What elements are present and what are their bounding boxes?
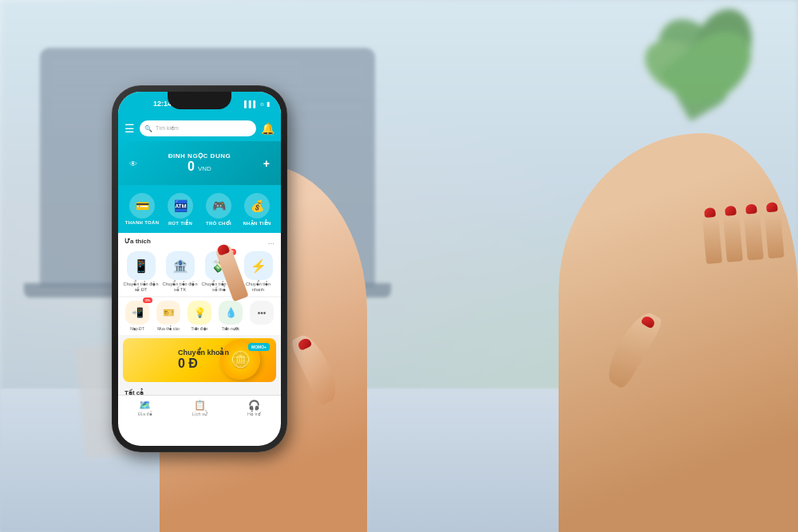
- topup-label: Nạp ĐT: [130, 326, 144, 332]
- withdraw-label: RÚT TIỀN: [168, 220, 192, 226]
- banner-amount: 0 Đ: [178, 357, 229, 371]
- nav-support[interactable]: 🎧 Hỗ trợ: [247, 400, 261, 416]
- menu-icon[interactable]: ☰: [124, 122, 135, 135]
- add-money-button[interactable]: +: [263, 157, 270, 170]
- receive-label: NHẬN TIỀN: [243, 220, 271, 226]
- map-icon: 🗺️: [139, 400, 151, 411]
- wifi-icon: ⌾: [260, 100, 264, 108]
- banner-title: Chuyển khoản: [178, 349, 229, 357]
- card-icon: 🎫: [163, 307, 175, 318]
- eye-icon[interactable]: 👁: [129, 159, 137, 167]
- back-fingers: [701, 202, 784, 264]
- history-icon: 📋: [194, 400, 206, 411]
- service-transfer-phone[interactable]: 📱 Chuyển tiền điện số ĐT: [123, 251, 159, 293]
- app-header: ☰ 🔍 Tìm kiếm 🔔: [118, 116, 281, 141]
- service-label-1: Chuyển tiền điện số ĐT: [123, 282, 159, 293]
- payment-label: THANH TOÁN: [125, 220, 160, 225]
- section-menu-icon[interactable]: ...: [268, 237, 275, 246]
- support-label: Hỗ trợ: [247, 412, 261, 416]
- topup-badge: 0%: [143, 298, 152, 303]
- payment-icon: 💳: [136, 199, 149, 212]
- game-label: TRÒ CHƠI: [206, 220, 231, 226]
- action-payment[interactable]: 💳 THANH TOÁN: [124, 193, 160, 225]
- service-grid-1: 📱 Chuyển tiền điện số ĐT 🏦 Chuyển tiền đ…: [118, 248, 281, 296]
- service-water[interactable]: 💧 Tiền nước: [216, 301, 245, 332]
- service-card[interactable]: 🎫 Mua thẻ cào: [154, 301, 183, 332]
- service-more[interactable]: •••: [247, 301, 276, 332]
- service-grid-2: 📲 0% Nạp ĐT 🎫 Mua thẻ cào: [118, 298, 281, 335]
- withdraw-icon: 🏧: [174, 199, 188, 212]
- hands: 12:14 ▌▌▌ ⌾ ▮ ☰ 🔍 Tìm kiếm: [160, 69, 798, 532]
- action-game[interactable]: 🎮 TRÒ CHƠI: [201, 193, 236, 226]
- banner-badge: MOMO+: [248, 343, 270, 351]
- phone-screen: 12:14 ▌▌▌ ⌾ ▮ ☰ 🔍 Tìm kiếm: [118, 92, 281, 446]
- search-icon: 🔍: [144, 125, 152, 132]
- nav-map[interactable]: 🗺️ Địa đế: [138, 400, 152, 416]
- signal-icon: ▌▌▌: [244, 100, 258, 108]
- electric-icon: 💡: [194, 307, 206, 318]
- status-icons: ▌▌▌ ⌾ ▮: [244, 100, 270, 108]
- transfer-account-icon: 🏦: [172, 258, 188, 274]
- map-label: Địa đế: [138, 412, 152, 416]
- bottom-nav: 🗺️ Địa đế 📋 Lịch sử 🎧 Hỗ trợ: [118, 395, 281, 420]
- thumb-front: [289, 330, 342, 406]
- game-icon: 🎮: [212, 199, 226, 212]
- receive-icon: 💰: [251, 199, 264, 212]
- hand-back: [559, 133, 798, 532]
- main-actions: 💳 THANH TOÁN 🏧 RÚT TIỀN 🎮: [118, 185, 281, 233]
- content-area: Ưa thích ... 📱 Chuyển tiền điện số ĐT: [118, 233, 281, 420]
- search-bar[interactable]: 🔍 Tìm kiếm: [140, 120, 256, 136]
- phone-notch: [168, 92, 231, 109]
- water-icon: 💧: [225, 307, 237, 318]
- coin-icon: 🪙: [231, 350, 251, 369]
- ua-thich-header: Ưa thích ...: [118, 233, 281, 248]
- battery-icon: ▮: [267, 100, 270, 108]
- action-withdraw[interactable]: 🏧 RÚT TIỀN: [163, 193, 198, 226]
- service-fast-transfer[interactable]: ⚡ Chuyển tiền nhanh: [240, 251, 276, 293]
- service-topup[interactable]: 📲 0% Nạp ĐT: [123, 301, 152, 332]
- scene: 12:14 ▌▌▌ ⌾ ▮ ☰ 🔍 Tìm kiếm: [0, 0, 798, 532]
- account-name: ĐINH NGỌC DUNG: [168, 152, 231, 160]
- action-receive[interactable]: 💰 NHẬN TIỀN: [239, 193, 275, 226]
- history-label: Lịch sử: [192, 412, 207, 416]
- phone: 12:14 ▌▌▌ ⌾ ▮ ☰ 🔍 Tìm kiếm: [112, 85, 287, 452]
- service-electric[interactable]: 💡 Tiền điện: [185, 301, 214, 332]
- promo-banner[interactable]: Chuyển khoản 0 Đ 🪙 MOMO+: [123, 338, 276, 382]
- thumb-back: [600, 307, 664, 390]
- more-icon: •••: [258, 309, 267, 317]
- service-transfer-account[interactable]: 🏦 Chuyển tiền điện số TK: [162, 251, 198, 293]
- bell-icon[interactable]: 🔔: [261, 122, 275, 135]
- service-label-2: Chuyển tiền điện số TK: [162, 282, 198, 293]
- transfer-phone-icon: 📱: [133, 258, 149, 274]
- card-label: Mua thẻ cào: [157, 326, 180, 332]
- account-currency: VND: [198, 165, 211, 172]
- fast-transfer-icon: ⚡: [251, 258, 267, 274]
- water-label: Tiền nước: [222, 326, 239, 332]
- electric-label: Tiền điện: [192, 326, 208, 332]
- topup-icon: 📲: [132, 307, 144, 318]
- support-icon: 🎧: [248, 400, 260, 411]
- search-placeholder: Tìm kiếm: [156, 125, 179, 132]
- account-section: 👁 ĐINH NGỌC DUNG 0 VND +: [118, 141, 281, 185]
- nav-history[interactable]: 📋 Lịch sử: [192, 400, 207, 416]
- account-balance: 0: [188, 160, 195, 174]
- ua-thich-title: Ưa thích: [124, 238, 151, 245]
